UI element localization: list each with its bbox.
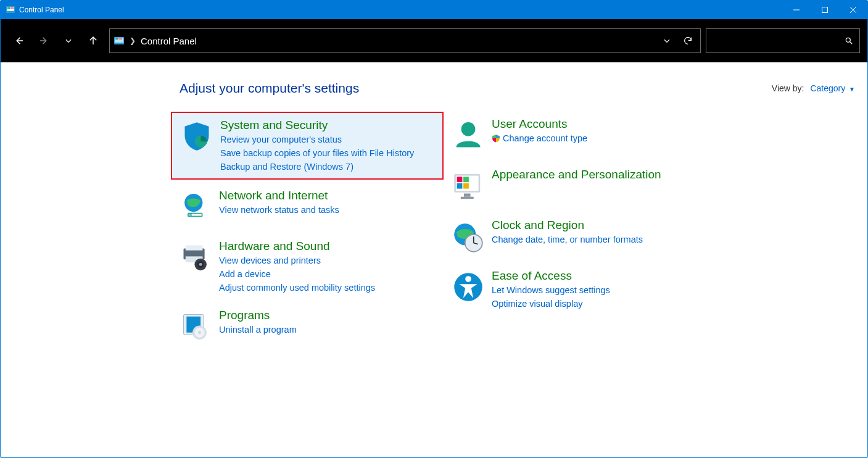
clock-globe-icon [450,218,487,255]
view-by-label: View by: [772,83,804,93]
category-user-accounts[interactable]: User Accounts Change account type [444,112,716,159]
maximize-button[interactable] [811,1,839,19]
refresh-button[interactable] [679,32,696,49]
close-button[interactable] [839,1,867,19]
up-button[interactable] [82,30,104,52]
search-icon [845,36,853,45]
category-title[interactable]: Network and Internet [219,188,339,203]
chevron-down-icon: ▼ [849,86,855,93]
category-link[interactable]: Adjust commonly used mobility settings [219,281,375,294]
category-link[interactable]: View devices and printers [219,254,375,267]
svg-rect-22 [192,214,202,215]
svg-rect-6 [822,7,828,13]
right-column: User Accounts Change account type Appear… [444,112,716,354]
svg-rect-39 [457,183,463,189]
printer-icon [177,239,214,276]
category-link[interactable]: Backup and Restore (Windows 7) [220,160,414,173]
category-title[interactable]: User Accounts [492,117,587,131]
svg-rect-3 [10,7,14,9]
category-link[interactable]: Save backup copies of your files with Fi… [220,146,414,160]
category-link[interactable]: Change date, time, or number formats [492,233,643,246]
category-title[interactable]: Hardware and Sound [219,239,375,254]
left-column: System and Security Review your computer… [171,112,444,354]
uac-shield-icon [492,134,500,143]
svg-rect-24 [186,246,203,251]
control-panel-icon [6,5,15,15]
category-link[interactable]: Add a device [219,267,375,281]
svg-rect-21 [189,214,191,215]
back-button[interactable] [8,30,30,52]
svg-rect-15 [118,38,122,40]
address-bar[interactable]: ❯ Control Panel [109,28,701,53]
svg-point-33 [198,331,201,334]
breadcrumb-item[interactable]: Control Panel [141,36,197,46]
search-input[interactable] [706,28,860,53]
category-hardware[interactable]: Hardware and Sound View devices and prin… [171,234,444,299]
svg-point-48 [465,276,471,282]
category-title[interactable]: Programs [219,308,297,323]
content-area: Adjust your computer's settings View by:… [1,62,867,458]
breadcrumb-separator-icon[interactable]: ❯ [130,36,136,45]
category-title[interactable]: Ease of Access [492,269,610,283]
category-title[interactable]: Appearance and Personalization [492,167,661,182]
category-title[interactable]: System and Security [220,118,414,133]
category-link[interactable]: Review your computer's status [220,133,414,146]
category-programs[interactable]: Programs Uninstall a program [171,303,444,350]
monitor-icon [450,167,487,204]
programs-icon [177,308,214,345]
svg-point-16 [846,38,850,42]
category-network[interactable]: Network and Internet View network status… [171,183,444,230]
navigation-bar: ❯ Control Panel [1,19,867,62]
user-icon [450,117,487,154]
category-clock[interactable]: Clock and Region Change date, time, or n… [444,213,716,260]
recent-locations-button[interactable] [57,30,80,52]
category-ease-of-access[interactable]: Ease of Access Let Windows suggest setti… [444,264,716,315]
svg-rect-41 [464,194,471,197]
forward-button[interactable] [33,30,55,52]
category-link[interactable]: Uninstall a program [219,323,297,336]
page-heading: Adjust your computer's settings [180,81,359,96]
svg-rect-38 [463,177,469,182]
accessibility-icon [450,269,487,306]
window-title: Control Panel [19,6,782,14]
minimize-button[interactable] [782,1,811,19]
category-link[interactable]: Change account type [492,131,587,145]
svg-point-34 [461,122,476,136]
svg-rect-14 [115,38,118,40]
svg-rect-40 [463,183,469,189]
svg-rect-42 [461,197,474,199]
category-link[interactable]: Optimize visual display [492,297,610,310]
category-link[interactable]: View network status and tasks [219,203,339,217]
globe-icon [177,188,214,225]
category-appearance[interactable]: Appearance and Personalization [444,162,716,209]
category-title[interactable]: Clock and Region [492,218,643,233]
category-link[interactable]: Let Windows suggest settings [492,283,610,297]
svg-point-28 [199,263,202,266]
address-dropdown-button[interactable] [658,32,676,49]
svg-rect-4 [7,9,14,10]
category-system-security[interactable]: System and Security Review your computer… [171,112,444,180]
control-panel-icon [114,36,125,46]
view-by-value[interactable]: Category [810,83,845,93]
svg-rect-2 [7,7,10,9]
titlebar: Control Panel [1,1,867,19]
category-link-label: Change account type [503,131,587,145]
svg-line-17 [850,42,853,44]
view-by-selector[interactable]: View by: Category ▼ [772,83,855,93]
svg-rect-37 [457,177,463,182]
shield-icon [178,118,215,155]
